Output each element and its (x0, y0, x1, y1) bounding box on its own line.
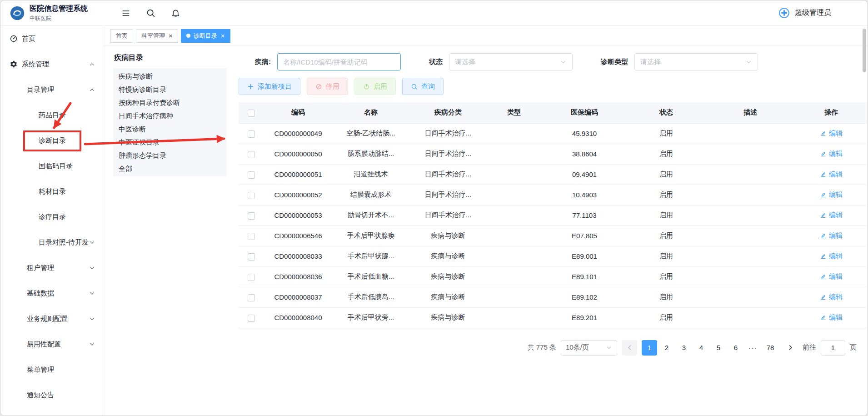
row-checkbox[interactable] (248, 233, 255, 240)
table-row: CD0000000050肠系膜动脉结...日间手术治疗...38.8604启用编… (239, 144, 867, 164)
query-button[interactable]: 查询 (402, 78, 444, 95)
bell-icon[interactable] (171, 8, 180, 18)
cell-type (487, 164, 541, 185)
disable-button[interactable]: 停用 (307, 78, 348, 95)
sidebar-item-system-management[interactable]: 系统管理 (0, 51, 103, 77)
page-button[interactable]: 6 (728, 340, 743, 356)
catalog-item[interactable]: 疾病与诊断 (113, 70, 227, 83)
edit-button[interactable]: 编辑 (820, 129, 843, 138)
row-checkbox[interactable] (248, 130, 255, 138)
sidebar-item-notice-announcement[interactable]: 通知公告 (0, 382, 103, 408)
sidebar-item-treatment-catalog[interactable]: 诊疗目录 (0, 204, 103, 230)
diagnosis-type-select[interactable]: 请选择 (634, 53, 758, 70)
search-icon[interactable] (146, 8, 155, 18)
sidebar-item-usability-config[interactable]: 易用性配置 (0, 331, 103, 357)
cell-status: 启用 (628, 205, 705, 226)
prev-page-button[interactable] (622, 340, 637, 356)
row-checkbox[interactable] (248, 274, 255, 281)
scrollbar-thumb[interactable] (863, 29, 866, 72)
select-all-checkbox[interactable] (248, 110, 255, 117)
sidebar-item-tenant-management[interactable]: 租户管理 (0, 255, 103, 281)
catalog-item[interactable]: 全部 (113, 162, 227, 175)
sidebar-item-menu-management[interactable]: 菜单管理 (0, 357, 103, 382)
goto-page-input[interactable] (821, 340, 845, 356)
tab-close-icon[interactable]: × (221, 32, 225, 39)
catalog-item[interactable]: 肿瘤形态学目录 (113, 149, 227, 162)
add-item-button[interactable]: 添加新项目 (239, 78, 300, 95)
edit-button[interactable]: 编辑 (820, 272, 843, 281)
page-button[interactable]: 1 (642, 340, 657, 356)
cell-actions: 编辑 (796, 226, 867, 246)
edit-icon (820, 130, 827, 137)
cell-description (705, 205, 796, 226)
cell-status: 启用 (628, 307, 705, 328)
edit-button[interactable]: 编辑 (820, 252, 843, 261)
select-all-cell (239, 102, 264, 123)
catalog-item[interactable]: 特慢病诊断目录 (113, 83, 227, 96)
row-checkbox[interactable] (248, 253, 255, 261)
catalog-item[interactable]: 中医证候目录 (113, 135, 227, 149)
table-row: CD0000006546手术后甲状腺瘘疾病与诊断E07.805启用编辑 (239, 226, 867, 246)
row-checkbox[interactable] (248, 294, 255, 301)
row-checkbox[interactable] (248, 315, 255, 322)
edit-label: 编辑 (829, 293, 843, 301)
tab-label: 首页 (116, 32, 128, 40)
more-pages-button[interactable]: ··· (745, 340, 761, 356)
cell-type (487, 266, 541, 287)
page-button[interactable]: 5 (711, 340, 726, 356)
edit-icon (820, 212, 827, 219)
page-button[interactable]: 3 (676, 340, 692, 356)
sidebar-item-consumable-catalog[interactable]: 耗材目录 (0, 179, 103, 204)
tab-department-management[interactable]: 科室管理× (136, 29, 178, 43)
sidebar-item-catalog-management[interactable]: 目录管理 (0, 77, 103, 102)
sidebar-item-home[interactable]: 首页 (0, 26, 103, 51)
sidebar-item-catalog-mapping-todo[interactable]: 目录对照-待开发 (0, 230, 103, 255)
edit-button[interactable]: 编辑 (820, 231, 843, 240)
catalog-item[interactable]: 按病种目录付费诊断 (113, 96, 227, 109)
disease-search-input[interactable] (277, 53, 401, 70)
cell-actions: 编辑 (796, 123, 867, 144)
enable-button[interactable]: 启用 (354, 78, 396, 95)
cell-code: CD0000006546 (264, 226, 332, 246)
sidebar-item-basic-data[interactable]: 基础数据 (0, 281, 103, 306)
catalog-item[interactable]: 日间手术治疗病种 (113, 109, 227, 122)
cell-type (487, 246, 541, 266)
edit-button[interactable]: 编辑 (820, 190, 843, 199)
app-root: 医院信息管理系统 中联医院 超级管理员 首页系统管理目录管理药品目录诊断目 (0, 0, 868, 416)
cell-category: 日间手术治疗... (409, 205, 487, 226)
sidebar-item-business-rules-config[interactable]: 业务规则配置 (0, 306, 103, 331)
edit-button[interactable]: 编辑 (820, 150, 843, 158)
next-page-button[interactable] (783, 340, 798, 356)
column-header: 类型 (487, 102, 541, 123)
cell-name: 手术后低胰岛... (332, 287, 409, 307)
row-checkbox[interactable] (248, 192, 255, 199)
edit-button[interactable]: 编辑 (820, 293, 843, 301)
edit-button[interactable]: 编辑 (820, 170, 843, 179)
status-select[interactable]: 请选择 (449, 53, 573, 70)
page-size-select[interactable]: 10条/页 (561, 340, 617, 356)
sidebar-item-label: 诊疗目录 (39, 213, 66, 221)
edit-button[interactable]: 编辑 (820, 211, 843, 220)
row-checkbox[interactable] (248, 171, 255, 179)
row-checkbox[interactable] (248, 212, 255, 220)
cell-insurance_code: 45.9310 (541, 123, 628, 144)
catalog-item[interactable]: 中医诊断 (113, 122, 227, 135)
collapse-menu-icon[interactable] (121, 9, 130, 18)
page-button[interactable]: 78 (763, 340, 778, 356)
tab-close-icon[interactable]: × (169, 32, 173, 39)
row-checkbox[interactable] (248, 151, 255, 158)
tab-home[interactable]: 首页 (110, 29, 133, 43)
edit-label: 编辑 (829, 211, 843, 220)
edit-button[interactable]: 编辑 (820, 313, 843, 322)
sidebar-item-label: 诊断目录 (39, 136, 66, 145)
cell-code: CD0000000049 (264, 123, 332, 144)
sidebar-item-diagnosis-catalog[interactable]: 诊断目录 (0, 128, 103, 153)
sidebar-item-drug-catalog[interactable]: 药品目录 (0, 102, 103, 128)
page-button[interactable]: 4 (693, 340, 709, 356)
page-button[interactable]: 2 (659, 340, 674, 356)
sidebar-item-national-code-catalog[interactable]: 国临码目录 (0, 153, 103, 179)
sidebar-item-label: 易用性配置 (27, 340, 61, 349)
tab-diagnosis-catalog[interactable]: 诊断目录× (181, 29, 230, 43)
user-menu[interactable]: 超级管理员 (778, 7, 868, 19)
catalog-list: 疾病与诊断特慢病诊断目录按病种目录付费诊断日间手术治疗病种中医诊断中医证候目录肿… (113, 68, 227, 176)
